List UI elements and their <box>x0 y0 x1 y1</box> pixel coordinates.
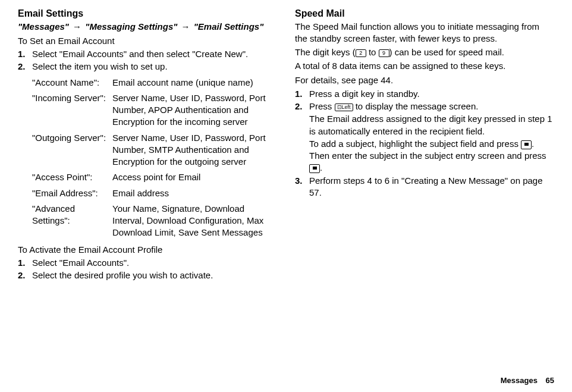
steps-speed-mail: 1. Press a digit key in standby. 2. Pres… <box>295 88 554 199</box>
arrow-icon: → <box>180 21 191 32</box>
step-number: 2. <box>18 269 32 281</box>
def-row: "Access Point": Access point for Email <box>32 171 277 183</box>
page-footer: Messages 65 <box>501 375 554 386</box>
step-item: 2. Press ⊡Left to display the message sc… <box>295 101 554 174</box>
text-fragment: To add a subject, highlight the subject … <box>309 139 521 149</box>
step-number: 1. <box>295 88 309 100</box>
def-desc: Email address <box>112 187 277 199</box>
text-fragment: The digit keys ( <box>295 47 356 57</box>
digit-key-2-icon: 2 <box>356 49 366 57</box>
subheading-activate-profile: To Activate the Email Account Profile <box>18 244 277 256</box>
paragraph: The digit keys (2 to 9) can be used for … <box>295 46 554 58</box>
step-number: 3. <box>295 175 309 199</box>
text-fragment: Press <box>309 101 335 111</box>
step-item: 1. Select "Email Accounts" and then sele… <box>18 48 277 60</box>
def-term: "Email Address": <box>32 187 112 199</box>
text-fragment: . <box>320 162 322 173</box>
step-sub-text: To add a subject, highlight the subject … <box>309 138 554 174</box>
definitions-list: "Account Name": Email account name (uniq… <box>18 77 277 239</box>
def-term: "Advanced Settings": <box>32 203 112 239</box>
def-desc: Access point for Email <box>112 171 277 183</box>
right-column: Speed Mail The Speed Mail function allow… <box>295 7 554 285</box>
step-item: 1. Select "Email Accounts". <box>18 257 277 269</box>
subheading-set-email: To Set an Email Account <box>18 35 277 47</box>
footer-section-label: Messages <box>501 376 538 385</box>
text-fragment: to display the message screen. <box>353 101 479 111</box>
step-text: Press a digit key in standby. <box>309 88 554 100</box>
step-text: Select the item you wish to set up. <box>32 61 277 73</box>
left-column: Email Settings "Messages" → "Messaging S… <box>18 7 277 285</box>
step-text: Select the desired profile you wish to a… <box>32 269 277 281</box>
def-desc: Your Name, Signature, Download Interval,… <box>112 203 277 239</box>
def-term: "Access Point": <box>32 171 112 183</box>
def-row: "Account Name": Email account name (uniq… <box>32 77 277 89</box>
step-item: 2. Select the item you wish to set up. <box>18 61 277 73</box>
def-term: "Outgoing Server": <box>32 132 112 168</box>
step-number: 1. <box>18 257 32 269</box>
step-item: 1. Press a digit key in standby. <box>295 88 554 100</box>
text-fragment: ) can be used for speed mail. <box>389 47 504 57</box>
digit-key-9-icon: 9 <box>379 49 389 57</box>
def-desc: Server Name, User ID, Password, Port Num… <box>112 92 277 128</box>
center-key-icon <box>309 164 320 173</box>
center-key-icon <box>521 140 532 149</box>
step-content: Press ⊡Left to display the message scree… <box>309 101 554 174</box>
text-fragment: to <box>366 47 379 57</box>
step-text: Perform steps 4 to 6 in "Creating a New … <box>309 175 554 199</box>
breadcrumb-part-3: "Email Settings" <box>194 21 264 32</box>
step-item: 3. Perform steps 4 to 6 in "Creating a N… <box>295 175 554 199</box>
paragraph: A total of 8 data items can be assigned … <box>295 60 554 72</box>
paragraph: For details, see page 44. <box>295 74 554 86</box>
step-text: Select "Email Accounts". <box>32 257 277 269</box>
breadcrumb-part-2: "Messaging Settings" <box>85 21 177 32</box>
step-number: 1. <box>18 48 32 60</box>
def-desc: Email account name (unique name) <box>112 77 277 89</box>
def-row: "Email Address": Email address <box>32 187 277 199</box>
def-row: "Advanced Settings": Your Name, Signatur… <box>32 203 277 239</box>
steps-set-email: 1. Select "Email Accounts" and then sele… <box>18 48 277 73</box>
def-term: "Incoming Server": <box>32 92 112 128</box>
speed-mail-title: Speed Mail <box>295 7 554 20</box>
def-term: "Account Name": <box>32 77 112 89</box>
step-sub-text: The Email address assigned to the digit … <box>309 113 554 137</box>
breadcrumb: "Messages" → "Messaging Settings" → "Ema… <box>18 21 277 33</box>
step-item: 2. Select the desired profile you wish t… <box>18 269 277 281</box>
left-softkey-icon: ⊡Left <box>335 104 353 111</box>
breadcrumb-part-1: "Messages" <box>18 21 69 32</box>
steps-activate-profile: 1. Select "Email Accounts". 2. Select th… <box>18 257 277 282</box>
def-desc: Server Name, User ID, Password, Port Num… <box>112 132 277 168</box>
step-text: Select "Email Accounts" and then select … <box>32 48 277 60</box>
arrow-icon: → <box>71 21 83 32</box>
footer-page-number: 65 <box>546 376 554 385</box>
email-settings-title: Email Settings <box>18 7 277 20</box>
def-row: "Outgoing Server": Server Name, User ID,… <box>32 132 277 168</box>
step-number: 2. <box>295 101 309 174</box>
paragraph: The Speed Mail function allows you to in… <box>295 21 554 45</box>
def-row: "Incoming Server": Server Name, User ID,… <box>32 92 277 128</box>
step-number: 2. <box>18 61 32 73</box>
